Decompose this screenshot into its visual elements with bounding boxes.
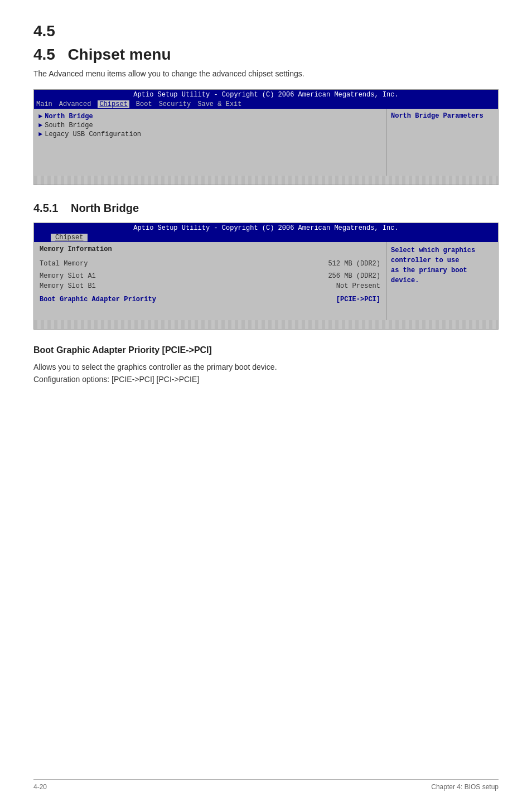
- boot-graphic-value: [PCIE->PCI]: [336, 296, 380, 303]
- bios-item-south-bridge[interactable]: ► South Bridge: [38, 121, 381, 130]
- bios-menubar: Main Advanced Chipset Boot Security Save…: [34, 100, 498, 109]
- total-memory-label: Total Memory: [40, 260, 88, 268]
- page-footer: 4-20 Chapter 4: BIOS setup: [33, 779, 499, 791]
- bios-left-panel: ► North Bridge ► South Bridge ► Legacy U…: [34, 109, 386, 176]
- north-bridge-label: North Bridge: [45, 113, 93, 120]
- help-line-1: Select which graphics: [391, 247, 475, 254]
- total-memory-row: Total Memory 512 MB (DDR2): [40, 259, 380, 269]
- menu-save-exit[interactable]: Save & Exit: [197, 100, 241, 108]
- memory-slot-b1-row: Memory Slot B1 Not Present: [40, 281, 380, 291]
- bios-titlebar2: Aptio Setup Utility - Copyright (C) 2006…: [34, 223, 498, 233]
- bios-right2-panel: Select which graphics controller to use …: [386, 242, 498, 320]
- help-text: Select which graphics controller to use …: [391, 245, 494, 286]
- subsection-heading: North Bridge: [71, 202, 139, 214]
- arrow-icon: ►: [38, 113, 42, 120]
- subsection-number: 4.5.1: [33, 202, 58, 214]
- menu-chipset[interactable]: Chipset: [98, 100, 129, 108]
- tab-chipset[interactable]: Chipset: [51, 234, 88, 241]
- memory-info-label: Memory Information: [40, 245, 380, 253]
- section-heading: Chipset menu: [67, 46, 171, 63]
- menu-boot[interactable]: Boot: [136, 100, 152, 108]
- bios-screen-north-bridge: Aptio Setup Utility - Copyright (C) 2006…: [33, 223, 499, 330]
- bios-screen-chipset: Aptio Setup Utility - Copyright (C) 2006…: [33, 89, 499, 185]
- section-number: 4.5: [33, 46, 55, 63]
- memory-slot-a1-value: 256 MB (DDR2): [328, 272, 380, 280]
- south-bridge-label: South Bridge: [45, 122, 93, 129]
- memory-slot-b1-label: Memory Slot B1: [40, 282, 96, 290]
- intro-text: The Advanced menu items allow you to cha…: [33, 69, 499, 78]
- memory-slot-b1-value: Not Present: [336, 282, 380, 290]
- memory-slot-a1-label: Memory Slot A1: [40, 272, 96, 280]
- footer-chapter: Chapter 4: BIOS setup: [431, 783, 499, 791]
- footer-page-number: 4-20: [33, 783, 47, 791]
- total-memory-value: 512 MB (DDR2): [328, 260, 380, 268]
- bios-wave-bottom: [34, 176, 498, 185]
- bios-item-legacy-usb[interactable]: ► Legacy USB Configuration: [38, 130, 381, 139]
- boot-graphic-row[interactable]: Boot Graphic Adapter Priority [PCIE->PCI…: [40, 294, 380, 305]
- memory-slot-a1-row: Memory Slot A1 256 MB (DDR2): [40, 271, 380, 281]
- menu-main[interactable]: Main: [36, 100, 52, 108]
- menu-security[interactable]: Security: [159, 100, 191, 108]
- help-line-2: controller to use: [391, 257, 459, 264]
- bios2-wave-bottom: [34, 320, 498, 329]
- right-help-text: North Bridge Parameters: [391, 112, 483, 120]
- help-line-3: as the primary boot: [391, 267, 467, 274]
- boot-desc-line2: Configuration options: [PCIE->PCI] [PCI-…: [33, 373, 499, 385]
- bios-item-north-bridge[interactable]: ► North Bridge: [38, 112, 381, 121]
- boot-desc-line1: Allows you to select the graphics contro…: [33, 361, 499, 373]
- bios-right-panel: North Bridge Parameters: [386, 109, 498, 176]
- legacy-usb-label: Legacy USB Configuration: [45, 131, 141, 138]
- bios-menubar2: Chipset: [34, 233, 498, 242]
- arrow-icon: ►: [38, 122, 42, 129]
- bios-titlebar: Aptio Setup Utility - Copyright (C) 2006…: [34, 90, 498, 100]
- section-title: 4.5: [33, 22, 499, 40]
- bios-left2-panel: Memory Information Total Memory 512 MB (…: [34, 242, 386, 320]
- menu-advanced[interactable]: Advanced: [59, 100, 91, 108]
- bios-body: ► North Bridge ► South Bridge ► Legacy U…: [34, 109, 498, 176]
- boot-graphic-label: Boot Graphic Adapter Priority: [40, 296, 156, 303]
- bios-body2: Memory Information Total Memory 512 MB (…: [34, 242, 498, 320]
- boot-section-title: Boot Graphic Adapter Priority [PCIE->PCI…: [33, 345, 499, 355]
- help-line-4: device.: [391, 277, 419, 284]
- arrow-icon: ►: [38, 131, 42, 138]
